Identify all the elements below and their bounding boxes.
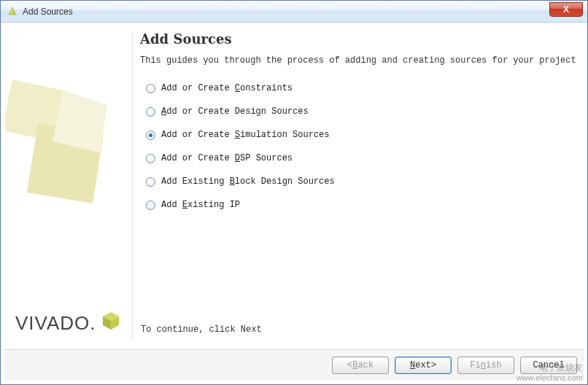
- vivado-cube-icon: [101, 311, 121, 331]
- radio-icon: [146, 107, 155, 117]
- option-design-sources[interactable]: Add or Create Design Sources: [146, 106, 580, 117]
- decorative-shapes: [5, 65, 128, 225]
- option-label: Add or Create Design Sources: [161, 106, 309, 117]
- close-button[interactable]: X: [549, 2, 583, 17]
- option-block-design-sources[interactable]: Add Existing Block Design Sources: [146, 176, 580, 187]
- content-area: VIVADO. Add Sources This guides you thro…: [1, 23, 587, 384]
- radio-icon: [146, 154, 155, 163]
- option-simulation-sources[interactable]: Add or Create Simulation Sources: [146, 130, 580, 140]
- titlebar: Add Sources X: [1, 1, 587, 23]
- next-button[interactable]: Next >: [395, 357, 452, 374]
- page-title: Add Sources: [140, 31, 580, 47]
- dialog-window: Add Sources X VIVADO. Add Sources: [0, 0, 588, 385]
- option-label: Add or Create DSP Sources: [161, 153, 293, 163]
- radio-icon: [146, 201, 155, 210]
- continue-hint: To continue, click Next: [141, 324, 262, 335]
- option-existing-ip[interactable]: Add Existing IP: [146, 200, 580, 210]
- option-dsp-sources[interactable]: Add or Create DSP Sources: [146, 153, 580, 163]
- finish-button[interactable]: Finish: [457, 357, 514, 374]
- radio-icon: [146, 177, 155, 187]
- radio-icon: [146, 84, 155, 93]
- option-constraints[interactable]: Add or Create Constraints: [146, 83, 580, 93]
- wizard-main: Add Sources This guides you through the …: [132, 31, 580, 341]
- radio-icon: [146, 131, 155, 140]
- wizard-button-bar: < Back Next > Finish Cancel: [4, 349, 584, 380]
- source-type-options: Add or Create Constraints Add or Create …: [146, 83, 580, 210]
- app-icon: [7, 6, 18, 18]
- option-label: Add or Create Simulation Sources: [161, 130, 329, 140]
- vivado-logo: VIVADO.: [15, 311, 121, 335]
- option-label: Add Existing IP: [161, 200, 240, 210]
- page-subtitle: This guides you through the process of a…: [140, 55, 580, 66]
- wizard-sidebar: VIVADO.: [5, 28, 128, 342]
- window-title: Add Sources: [23, 7, 73, 17]
- option-label: Add Existing Block Design Sources: [161, 176, 335, 187]
- cancel-button[interactable]: Cancel: [520, 357, 577, 374]
- back-button[interactable]: < Back: [332, 357, 389, 374]
- option-label: Add or Create Constraints: [161, 83, 293, 93]
- vivado-logo-text: VIVADO: [15, 312, 90, 334]
